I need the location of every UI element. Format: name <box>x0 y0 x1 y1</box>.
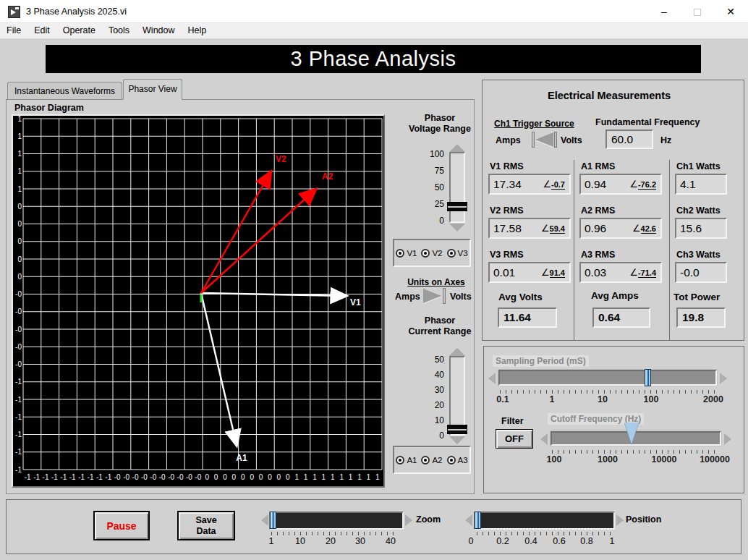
current-decrement-arrow-icon[interactable] <box>449 436 465 444</box>
trigger-switch-channel[interactable] <box>532 132 535 148</box>
value-text: -0.0 <box>676 266 700 279</box>
ch1-trigger-source-label: Ch1 Trigger Source <box>494 119 574 129</box>
menu-file[interactable]: File <box>0 23 27 39</box>
zoom-right-arrow-icon[interactable] <box>405 514 412 526</box>
angle-value: 42.6 <box>641 224 656 234</box>
sampling-period-thumb[interactable] <box>645 369 651 386</box>
y-axis-tick-label: 1 <box>17 116 22 123</box>
units-switch[interactable] <box>423 289 441 303</box>
phasor-diagram-plot: 1111100000-0-0-0-0-0-1-1-1-1-1-1-1-1-1-1… <box>12 114 385 488</box>
electrical-measurements-title: Electrical Measurements <box>504 90 714 101</box>
pos-scale-tick-0: 0 <box>469 536 474 546</box>
phasor-vector-a1 <box>201 293 237 445</box>
voltage-radio-v1[interactable]: V1 <box>396 249 417 258</box>
menu-edit[interactable]: Edit <box>27 23 56 39</box>
position-left-arrow-icon[interactable] <box>465 514 472 526</box>
x-axis-tick-label: 0 <box>214 473 218 481</box>
zoom-thumb[interactable] <box>270 512 276 529</box>
menu-operate[interactable]: Operate <box>56 23 102 39</box>
angle-value: 91.4 <box>550 268 565 278</box>
x-axis-tick-label: -0 <box>186 473 192 481</box>
trigger-switch[interactable] <box>535 132 553 147</box>
voltage-radio-v3[interactable]: V3 <box>447 249 468 258</box>
phasor-vector-label-v2: V2 <box>276 154 286 164</box>
x-axis-tick-label: 1 <box>331 473 335 481</box>
sampling-filter-panel: Sampling Period (mS) 0.11101002000 Filte… <box>483 346 744 493</box>
col-volts-value-0: 17.34∠-0.7 <box>488 174 571 195</box>
cutoff-right-arrow-icon[interactable] <box>724 433 731 445</box>
zoom-slider[interactable] <box>269 512 404 530</box>
voltage-range-thumb[interactable] <box>447 202 467 211</box>
current-range-slider[interactable] <box>449 356 465 436</box>
current-range-thumb[interactable] <box>447 425 467 434</box>
samp-scale-tick-10: 10 <box>598 394 608 404</box>
current-increment-arrow-icon[interactable] <box>449 348 465 356</box>
col-amps-label-0: A1 RMS <box>581 161 615 172</box>
menu-window[interactable]: Window <box>136 23 181 39</box>
bottom-control-bar: Pause Save Data 110203040 Zoom 00.20.40.… <box>6 499 741 554</box>
col-amps-value-1: 0.96∠42.6 <box>579 218 662 239</box>
trigger-switch-channel-right[interactable] <box>554 132 557 148</box>
y-axis-tick-label: -0 <box>15 343 22 351</box>
tab-instantaneous-waveforms[interactable]: Instantaneous Waveforms <box>7 82 122 100</box>
zoom-left-arrow-icon[interactable] <box>261 514 268 526</box>
value-text: 17.34 <box>490 178 522 191</box>
cutoff-left-arrow-icon[interactable] <box>540 433 548 445</box>
pos-scale-tick-0.4: 0.4 <box>524 536 537 546</box>
x-axis-tick-label: 0 <box>205 473 209 481</box>
position-right-arrow-icon[interactable] <box>616 514 624 526</box>
position-scale-ticks <box>477 532 611 535</box>
labview-vi-icon <box>8 6 20 18</box>
filter-off-button[interactable]: OFF <box>496 429 533 449</box>
value-text: 0.03 <box>581 266 606 279</box>
tot-power-value: 19.8 <box>676 307 726 328</box>
sampling-right-arrow-icon[interactable] <box>720 373 727 384</box>
current-radio-a1[interactable]: A1 <box>396 456 417 464</box>
current-radio-a2[interactable]: A2 <box>421 456 442 464</box>
voltage-decrement-arrow-icon[interactable] <box>449 224 465 232</box>
sampling-scale: 0.11101002000 <box>484 394 745 406</box>
value-text: 0.01 <box>490 266 515 279</box>
angle-value: -76.2 <box>638 180 656 190</box>
units-switch-channel[interactable] <box>443 288 446 304</box>
menu-help[interactable]: Help <box>182 23 213 39</box>
y-axis-tick-label: -0 <box>15 307 22 315</box>
voltage-radio-v2[interactable]: V2 <box>421 249 442 258</box>
cut-scale-tick-100000: 100000 <box>700 454 730 464</box>
pos-scale-tick-0.6: 0.6 <box>553 536 565 546</box>
current-channel-select: A1A2A3 <box>393 446 471 474</box>
sampling-left-arrow-icon[interactable] <box>488 373 496 384</box>
x-axis-tick-label: -1 <box>88 473 94 481</box>
x-axis-tick-label: -0 <box>177 473 184 481</box>
x-axis-tick-label: -0 <box>168 473 174 481</box>
sampling-period-slider[interactable] <box>498 370 717 386</box>
amps-rms-column: A1 RMS0.94∠-76.2A2 RMS0.96∠42.6A3 RMS0.0… <box>579 161 666 329</box>
minimize-button[interactable]: – <box>647 0 681 23</box>
tab-phasor-view[interactable]: Phasor View <box>123 79 182 100</box>
voltage-channel-select: V1V2V3 <box>393 239 471 267</box>
voltage-increment-arrow-icon[interactable] <box>449 144 465 152</box>
voltage-range-scale-tick-100: 100 <box>422 150 444 159</box>
voltage-range-slider[interactable] <box>449 152 465 223</box>
y-axis-tick-label: -1 <box>15 466 22 474</box>
current-radio-a3[interactable]: A3 <box>447 456 468 464</box>
avg-amps-label: Avg Amps <box>591 290 639 301</box>
electrical-measurements-panel: Electrical Measurements Ch1 Trigger Sour… <box>482 80 744 341</box>
close-button[interactable]: ✕ <box>714 0 747 23</box>
x-axis-tick-label: -0 <box>141 473 148 481</box>
cutoff-frequency-thumb[interactable] <box>624 423 639 444</box>
col-volts-label-1: V2 RMS <box>490 205 524 216</box>
x-axis-tick-label: -1 <box>96 473 103 481</box>
phasor-diagram-label: Phasor Diagram <box>14 103 84 113</box>
current-range-scale-tick-20: 20 <box>422 401 444 410</box>
position-slider[interactable] <box>474 512 615 530</box>
x-axis-tick-label: -0 <box>123 473 129 481</box>
angle-value: -71.4 <box>638 268 656 278</box>
x-axis-tick-label: 1 <box>294 473 299 481</box>
menu-tools[interactable]: Tools <box>102 23 136 39</box>
current-range-scale-tick-10: 10 <box>422 416 444 425</box>
maximize-button[interactable] <box>681 0 714 23</box>
position-thumb[interactable] <box>475 512 481 529</box>
watts-column: Ch1 Watts4.1Ch2 Watts15.6Ch3 Watts-0.0 <box>675 161 748 329</box>
x-axis-tick-label: -1 <box>105 473 111 481</box>
